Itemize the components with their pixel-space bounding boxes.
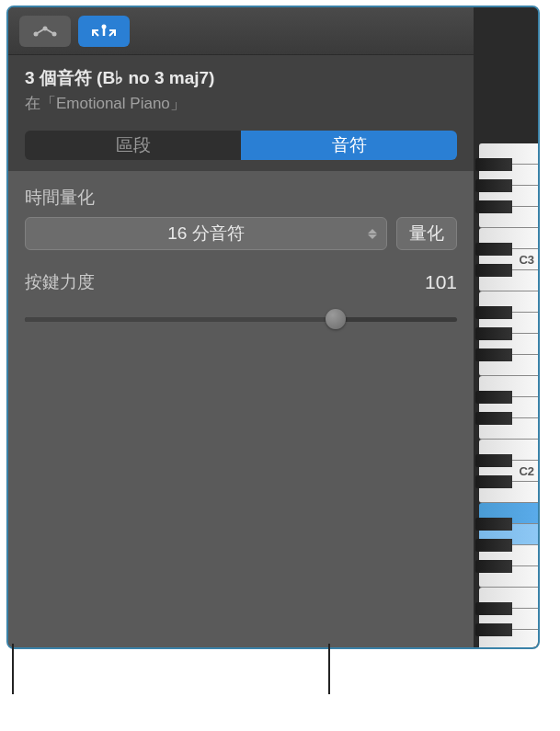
velocity-slider[interactable] <box>25 309 457 329</box>
quantize-button[interactable]: 量化 <box>396 217 457 250</box>
quantize-label: 時間量化 <box>25 186 457 210</box>
tab-region[interactable]: 區段 <box>25 131 241 160</box>
velocity-value: 101 <box>425 271 457 293</box>
track-info: 在「Emotional Piano」 <box>25 93 457 114</box>
velocity-label: 按鍵力度 <box>25 270 95 294</box>
header-info: 3 個音符 (B♭ no 3 maj7) 在「Emotional Piano」 <box>8 55 474 123</box>
piano-key-black[interactable] <box>475 348 512 361</box>
piano-key-black[interactable] <box>475 475 512 488</box>
piano-key-black[interactable] <box>475 560 512 573</box>
quantize-row: 16 分音符 量化 <box>25 217 457 250</box>
main-area: 3 個音符 (B♭ no 3 maj7) 在「Emotional Piano」 … <box>8 7 474 647</box>
velocity-row: 按鍵力度 101 <box>25 270 457 294</box>
callout-lines <box>0 644 560 731</box>
piano-key-black[interactable] <box>475 158 512 171</box>
piano-key-black[interactable] <box>475 264 512 277</box>
svg-point-4 <box>52 31 57 36</box>
piano-key-black[interactable] <box>475 243 512 256</box>
piano-key-black[interactable] <box>475 306 512 319</box>
slider-fill <box>25 317 340 322</box>
slider-thumb[interactable] <box>326 309 346 329</box>
quantize-dropdown[interactable]: 16 分音符 <box>25 217 387 250</box>
piano-key-black[interactable] <box>475 539 512 552</box>
tab-notes[interactable]: 音符 <box>241 131 457 160</box>
automation-tool-button[interactable] <box>19 16 71 47</box>
piano-key-black[interactable] <box>475 179 512 192</box>
midi-merge-icon <box>89 23 119 40</box>
quantize-value: 16 分音符 <box>167 222 244 246</box>
piano-key-black[interactable] <box>475 602 512 615</box>
dropdown-arrows-icon <box>368 229 377 239</box>
midi-in-tool-button[interactable] <box>78 16 130 47</box>
piano-key-black[interactable] <box>475 623 512 636</box>
piano-key-black[interactable] <box>475 412 512 425</box>
piano-key-black[interactable] <box>475 391 512 404</box>
selection-title: 3 個音符 (B♭ no 3 maj7) <box>25 66 457 90</box>
keys-container: C3 C2 <box>474 143 538 640</box>
toolbar <box>8 7 474 55</box>
piano-key-black[interactable] <box>475 454 512 467</box>
piano-key-black[interactable] <box>475 200 512 213</box>
piano-key-black[interactable] <box>475 327 512 340</box>
piano-keyboard: C3 C2 <box>474 7 538 647</box>
piano-key-black[interactable] <box>475 518 512 531</box>
controls-area: 時間量化 16 分音符 量化 按鍵力度 101 <box>8 171 474 647</box>
inspector-panel: 3 個音符 (B♭ no 3 maj7) 在「Emotional Piano」 … <box>6 6 540 649</box>
automation-icon <box>32 25 58 38</box>
tabs-row: 區段 音符 <box>8 123 474 171</box>
slider-track <box>25 317 457 322</box>
